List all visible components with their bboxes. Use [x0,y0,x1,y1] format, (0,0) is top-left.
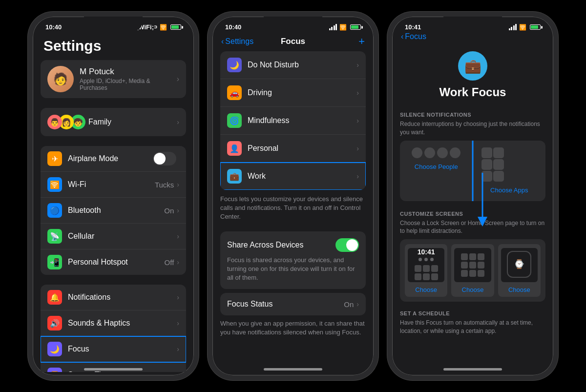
screentime-label: Screen Time [68,371,177,372]
status-icons-2: 🛜 [329,24,361,31]
focus-label: Focus [68,345,177,353]
screens-card: 10:41 [400,239,545,302]
profile-name: M Potuck [80,67,177,77]
share-desc: Focus is shared across your devices, and… [227,256,359,283]
back-button-2[interactable]: ‹ Settings [221,37,253,46]
battery-icon-2 [350,24,361,30]
customize-desc: Choose a Lock Screen or Home Screen page… [392,219,553,240]
focus-chevron: › [177,345,179,353]
share-option: Share Across Devices Focus is shared acr… [220,231,366,289]
home-screen-option[interactable]: Choose [451,244,494,297]
focus-status-option: Focus Status On › [220,293,366,315]
phone-2: 10:40 🛜 ‹ Settings [208,12,378,380]
lock-dots [419,258,434,261]
silence-header: SILENCE NOTIFICATIONS [392,107,553,120]
back-label-2: Settings [225,37,253,46]
sounds-icon: 🔊 [47,316,62,330]
airplane-row[interactable]: ✈ Airplane Mode [41,146,186,172]
work-title: Work Focus [440,85,506,99]
back-chevron-2: ‹ [221,37,224,46]
family-row[interactable]: 👨 👩 🧒 Family › [41,108,186,136]
focus-row[interactable]: 🌙 Focus › [41,336,186,362]
notifications-row[interactable]: 🔔 Notifications › [41,285,186,310]
home-choose-label: Choose [462,286,484,293]
time-2: 10:40 [225,23,241,31]
profile-row[interactable]: 🧑 M Potuck Apple ID, iCloud+, Media & Pu… [41,60,186,98]
battery-icon-3 [530,24,541,30]
signal-icon-2 [329,24,337,30]
hotspot-value: Off [165,258,174,267]
choose-people-option[interactable]: Choose People [400,141,473,201]
wifi-symbol: 🛜 [160,24,167,31]
battery-icon [170,24,181,30]
screentime-chevron: › [177,371,179,372]
mindfulness-icon: 🌀 [227,113,242,128]
connectivity-group: ✈ Airplane Mode 🛜 Wi-Fi Tucks › 🔵 Blueto… [41,146,186,275]
home-bar-3 [443,368,502,371]
wifi-value: Tucks [155,181,174,189]
driving-chevron: › [356,89,359,97]
focus-item-personal[interactable]: 👤 Personal › [220,135,366,163]
work-icon-circle: 💼 [458,51,487,81]
cellular-row[interactable]: 📡 Cellular › [41,224,186,249]
share-label: Share Across Devices [227,241,304,249]
hotspot-icon: 📲 [47,255,62,269]
lock-time-display: 10:41 [418,248,435,256]
phone-1: 10:40 WiFi;⊃ 🛜 Settings 🧑 [28,12,199,380]
sounds-chevron: › [177,319,179,327]
signal-icon [122,24,130,30]
wifi-row[interactable]: 🛜 Wi-Fi Tucks › [41,172,186,198]
hotspot-row[interactable]: 📲 Personal Hotspot Off › [41,249,186,275]
personal-label: Personal [248,144,356,153]
avatar: 🧑 [47,66,74,92]
status-bar-3: 10:41 🛜 [392,17,553,33]
sounds-row[interactable]: 🔊 Sounds & Haptics › [41,310,186,336]
back-button-3[interactable]: ‹ Focus [401,33,426,41]
apps-grid [478,147,507,182]
wifi-chevron: › [177,181,179,188]
silence-card: Choose People Choose Apps [400,141,545,201]
cellular-chevron: › [177,232,179,240]
focus-status-chevron: › [356,300,359,308]
watch-face-container: ⌚ [507,251,531,278]
focus-description: Focus lets you customize your devices an… [212,190,374,231]
home-bar-1 [84,368,143,371]
choose-apps-option[interactable]: Choose Apps [473,141,546,201]
schedule-header: SET A SCHEDULE [392,306,553,319]
lock-screen-option[interactable]: 10:41 [405,244,447,297]
home-app-grid [459,251,486,279]
share-toggle[interactable] [335,238,359,252]
nav-title-2: Focus [281,37,305,46]
screentime-row[interactable]: ⏳ Screen Time › [41,362,186,372]
work-chevron: › [356,172,359,180]
bluetooth-icon: 🔵 [47,203,62,218]
focus-screen: ‹ Settings Focus + 🌙 Do Not Disturb › 🚗 … [212,33,374,372]
bluetooth-value: On [164,206,174,215]
focus-item-driving[interactable]: 🚗 Driving › [220,79,366,107]
watch-option[interactable]: ⌚ Choose [498,244,541,297]
lock-choose-label: Choose [415,286,437,293]
notifications-icon: 🔔 [47,290,62,305]
sounds-label: Sounds & Haptics [68,319,177,328]
airplane-toggle[interactable] [153,152,176,165]
wifi-label: Wi-Fi [68,180,155,189]
profile-chevron: › [177,75,179,83]
signal-icon-3 [509,24,517,30]
work-header: 💼 Work Focus [392,41,553,107]
family-label: Family [88,118,177,126]
schedule-desc: Have this Focus turn on automatically at… [392,319,553,339]
family-avatars: 👨 👩 🧒 [47,115,83,129]
status-icons-3: 🛜 [509,24,541,31]
focus-item-mindfulness[interactable]: 🌀 Mindfulness › [220,107,366,135]
hotspot-chevron: › [177,258,179,266]
work-label: Work [248,172,356,181]
airplane-label: Airplane Mode [68,154,153,163]
add-button-2[interactable]: + [358,35,365,48]
cellular-icon: 📡 [47,229,62,244]
focus-item-dnd[interactable]: 🌙 Do Not Disturb › [220,51,366,79]
notifications-chevron: › [177,293,179,301]
wifi-symbol-2: 🛜 [339,24,347,31]
bluetooth-row[interactable]: 🔵 Bluetooth On › [41,198,186,224]
hotspot-label: Personal Hotspot [68,258,165,267]
focus-item-work[interactable]: 💼 Work › [220,163,366,190]
